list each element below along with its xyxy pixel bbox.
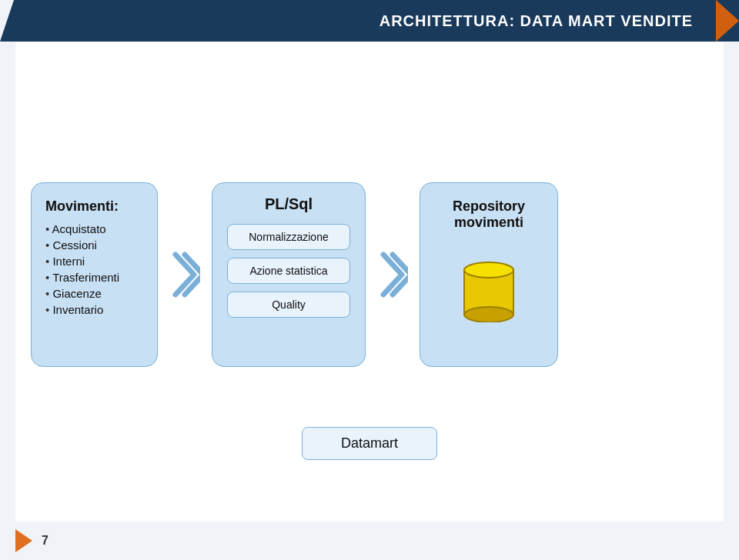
list-item: Interni: [45, 253, 143, 269]
sub-box-quality: Quality: [227, 292, 350, 318]
page-number: 7: [42, 534, 48, 548]
box-movimenti: Movimenti: Acquistato Cessioni Interni T…: [31, 182, 158, 367]
arrow-chevron-2: [373, 252, 412, 298]
header-title: ARCHITETTURA: DATA MART VENDITE: [380, 12, 693, 30]
movimenti-list: Acquistato Cessioni Interni Trasferiment…: [45, 221, 143, 318]
repository-title: Repository movimenti: [453, 198, 525, 231]
svg-point-2: [464, 262, 513, 278]
plsql-title: PL/Sql: [265, 195, 313, 213]
sub-box-azione-statistica: Azione statistica: [227, 258, 350, 284]
arrow-chevron-1: [166, 252, 204, 298]
svg-point-1: [464, 307, 513, 322]
slide-header: ARCHITETTURA: DATA MART VENDITE: [0, 0, 739, 42]
list-item: Cessioni: [45, 237, 143, 253]
slide-footer: 7: [0, 522, 739, 560]
header-arrow-icon: [716, 0, 739, 42]
box-repository: Repository movimenti: [420, 182, 558, 367]
database-cylinder-icon: [458, 253, 520, 322]
list-item: Trasferimenti: [45, 269, 143, 285]
list-item: Inventario: [45, 302, 143, 318]
list-item: Giacenze: [45, 285, 143, 302]
box-datamart: Datamart: [302, 427, 437, 460]
footer-arrow-icon: [15, 529, 32, 552]
slide-content: Movimenti: Acquistato Cessioni Interni T…: [15, 42, 724, 522]
box-plsql: PL/Sql Normalizzazione Azione statistica…: [212, 182, 366, 367]
diagram-area: Movimenti: Acquistato Cessioni Interni T…: [31, 73, 708, 475]
datamart-row: Datamart: [15, 427, 724, 460]
list-item: Acquistato: [45, 221, 143, 237]
movimenti-title: Movimenti:: [45, 198, 143, 215]
sub-box-normalizzazione: Normalizzazione: [227, 224, 350, 250]
